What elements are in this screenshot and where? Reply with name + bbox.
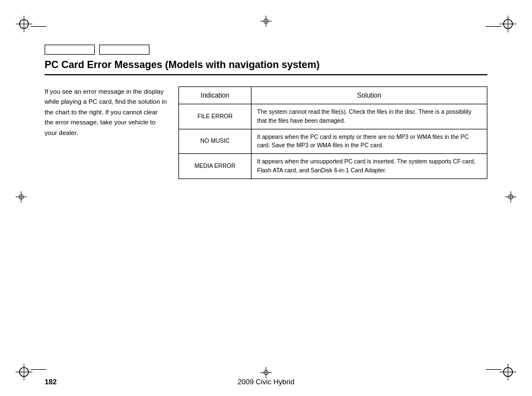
page: PC Card Error Messages (Models with navi… [0,0,532,396]
corner-mark-bl [16,364,32,380]
corner-mark-tl [16,16,32,32]
table-cell-indication: FILE ERROR [179,104,252,129]
content-area: PC Card Error Messages (Models with navi… [45,45,487,363]
table-cell-indication: MEDIA ERROR [179,154,252,179]
tab-box-2 [99,45,149,55]
table-row: NO MUSICIt appears when the PC card is e… [179,129,487,154]
table-cell-solution: The system cannot read the file(s). Chec… [252,104,487,129]
h-line-tr [486,26,501,27]
corner-mark-tr [500,16,516,32]
tabs-area [45,45,487,55]
table-cell-solution: It appears when the unsupported PC card … [252,154,487,179]
col-solution-header: Solution [252,87,487,104]
table-cell-indication: NO MUSIC [179,129,252,154]
col-indication-header: Indication [179,87,252,104]
page-title: PC Card Error Messages (Models with navi… [45,59,487,75]
h-line-bl [31,369,46,370]
h-line-tl [31,26,46,27]
page-number: 182 [45,378,57,386]
main-content: If you see an error message in the displ… [45,86,487,179]
error-table: Indication Solution FILE ERRORThe system… [178,86,487,179]
table-row: MEDIA ERRORIt appears when the unsupport… [179,154,487,179]
center-mark-right [505,191,516,205]
center-mark-left [16,191,27,205]
footer: 182 2009 Civic Hybrid [45,378,487,386]
left-description: If you see an error message in the displ… [45,86,178,179]
table-cell-solution: It appears when the PC card is empty or … [252,129,487,154]
h-line-br [486,369,501,370]
center-mark-top [260,16,272,29]
footer-title: 2009 Civic Hybrid [238,378,294,386]
corner-mark-br [500,364,516,380]
tab-box-1 [45,45,95,55]
table-row: FILE ERRORThe system cannot read the fil… [179,104,487,129]
